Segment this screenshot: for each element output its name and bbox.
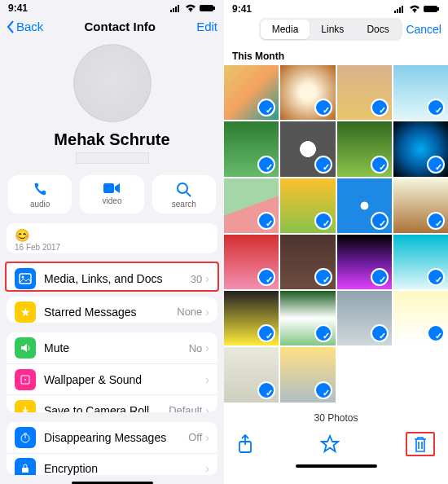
status-icons: [170, 4, 216, 12]
settings-card: Mute No › Wallpaper & Sound › Save to Ca…: [7, 332, 217, 412]
contact-info-screen: 9:41 Back Contact Info Edit Mehak Schrut…: [0, 0, 224, 484]
chevron-right-icon: ›: [205, 431, 209, 444]
encryption-row[interactable]: Encryption ›: [7, 453, 217, 475]
starred-messages-row[interactable]: ★ Starred Messages None ›: [7, 297, 217, 323]
lock-icon: [15, 458, 36, 475]
media-thumb[interactable]: [337, 65, 392, 120]
media-thumb[interactable]: [280, 65, 335, 120]
row-value: 30: [191, 273, 202, 285]
wallpaper-icon: [15, 369, 36, 390]
svg-point-8: [178, 183, 187, 193]
chevron-left-icon: [7, 20, 15, 33]
status-bar: 9:41: [224, 0, 448, 16]
cancel-button[interactable]: Cancel: [406, 23, 441, 36]
video-button[interactable]: video: [80, 175, 143, 213]
media-thumb[interactable]: [224, 65, 279, 120]
media-thumb[interactable]: [280, 178, 335, 233]
svg-rect-3: [178, 5, 179, 12]
communication-buttons: audio video search: [0, 170, 224, 218]
phone-icon: [32, 182, 48, 198]
media-thumb[interactable]: [393, 121, 448, 176]
svg-point-13: [24, 379, 26, 381]
svg-rect-1: [173, 8, 174, 12]
tab-media[interactable]: Media: [261, 20, 310, 39]
starred-card: ★ Starred Messages None ›: [7, 297, 217, 323]
download-icon: [15, 400, 36, 412]
media-thumb[interactable]: [280, 347, 335, 402]
media-thumb[interactable]: [337, 235, 392, 289]
svg-point-4: [190, 10, 191, 11]
wifi-icon: [185, 4, 196, 12]
nav-bar: Back Contact Info Edit: [0, 14, 224, 39]
back-button[interactable]: Back: [7, 20, 43, 33]
chevron-right-icon: ›: [205, 341, 209, 354]
search-icon: [176, 182, 192, 198]
media-thumb[interactable]: [280, 291, 335, 345]
svg-rect-21: [424, 6, 437, 12]
disappearing-row[interactable]: Disappearing Messages Off ›: [7, 422, 217, 453]
search-label: search: [172, 200, 196, 209]
svg-rect-17: [397, 9, 398, 13]
svg-rect-5: [200, 5, 213, 11]
chevron-right-icon: ›: [205, 272, 209, 285]
media-thumb[interactable]: [224, 291, 279, 345]
media-thumb[interactable]: [224, 235, 279, 289]
media-thumb[interactable]: [393, 65, 448, 120]
svg-point-11: [22, 276, 24, 279]
tab-links[interactable]: Links: [310, 20, 355, 39]
favorite-button[interactable]: [320, 434, 340, 454]
status-icons: [394, 5, 440, 13]
wifi-icon: [409, 5, 420, 13]
back-label: Back: [16, 20, 43, 33]
svg-point-20: [414, 11, 415, 13]
home-indicator: [296, 464, 377, 468]
delete-button[interactable]: [406, 432, 435, 456]
row-value: Off: [188, 431, 202, 443]
avatar[interactable]: [73, 44, 152, 122]
contact-header: Mehak Schrute: [0, 39, 224, 170]
search-button[interactable]: search: [152, 175, 216, 213]
media-thumb[interactable]: [280, 235, 335, 289]
row-label: Media, Links, and Docs: [44, 272, 163, 285]
media-thumb[interactable]: [224, 347, 279, 402]
mute-row[interactable]: Mute No ›: [7, 332, 217, 363]
contact-subtitle-placeholder: [76, 152, 149, 164]
star-outline-icon: [320, 434, 340, 454]
media-thumb[interactable]: [224, 121, 279, 176]
media-thumb[interactable]: [280, 121, 335, 176]
bottom-toolbar: [224, 427, 448, 463]
media-thumb[interactable]: [393, 291, 448, 345]
row-value: None: [177, 306, 202, 318]
video-icon: [103, 182, 121, 195]
status-emoji: 😊: [15, 228, 209, 243]
signal-icon: [170, 4, 182, 12]
row-label: Disappearing Messages: [44, 431, 166, 444]
save-camera-roll-row[interactable]: Save to Camera Roll Default ›: [7, 394, 217, 412]
media-links-docs-row[interactable]: Media, Links, and Docs 30 ›: [7, 263, 217, 292]
edit-button[interactable]: Edit: [196, 20, 217, 33]
media-thumb[interactable]: [337, 121, 392, 176]
status-card[interactable]: 😊 16 Feb 2017: [7, 223, 217, 253]
share-button[interactable]: [237, 434, 253, 454]
segmented-control: Media Links Docs: [259, 18, 402, 41]
svg-rect-7: [103, 183, 114, 193]
media-thumb[interactable]: [337, 291, 392, 345]
audio-button[interactable]: audio: [8, 175, 72, 213]
media-thumb[interactable]: [393, 178, 448, 233]
status-date: 16 Feb 2017: [15, 243, 209, 252]
battery-icon: [200, 4, 216, 12]
svg-rect-2: [175, 7, 177, 12]
row-label: Encryption: [44, 462, 98, 475]
media-thumb[interactable]: [337, 178, 392, 233]
row-label: Save to Camera Roll: [44, 404, 149, 412]
row-value: Default: [169, 404, 202, 412]
media-thumb[interactable]: [224, 178, 279, 233]
media-gallery-screen: 9:41 Media Links Docs Cancel This Month: [224, 0, 448, 484]
privacy-card: Disappearing Messages Off › Encryption ›: [7, 422, 217, 475]
tab-docs[interactable]: Docs: [355, 20, 400, 39]
svg-rect-22: [437, 7, 439, 11]
wallpaper-row[interactable]: Wallpaper & Sound ›: [7, 363, 217, 394]
svg-line-9: [187, 192, 191, 196]
media-thumb[interactable]: [393, 235, 448, 289]
segmented-bar: Media Links Docs Cancel: [224, 16, 448, 46]
